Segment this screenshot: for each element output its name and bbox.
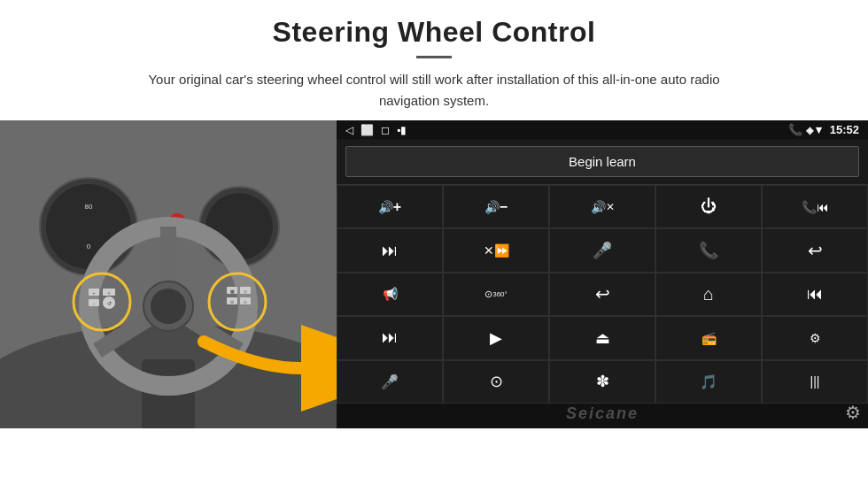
equalizer-button[interactable]: |||: [762, 360, 868, 404]
time-display: 15:52: [830, 123, 859, 136]
content-row: 80 0 + -: [0, 120, 868, 485]
navigate-button[interactable]: ▶: [443, 316, 549, 359]
svg-point-15: [151, 289, 186, 324]
svg-text:◇: ◇: [244, 289, 247, 294]
mute-button[interactable]: 🔊✕: [549, 185, 655, 228]
begin-learn-row: Begin learn: [337, 139, 868, 184]
svg-text:⊙: ⊙: [230, 299, 234, 304]
android-ui: ◁ ⬜ ◻ ▪▮ 📞 ◈ ▾ 15:52 Begin learn: [337, 120, 868, 428]
settings-knob-button[interactable]: ⊙: [443, 360, 549, 404]
mic-button[interactable]: 🎤: [549, 228, 655, 272]
svg-text:≈: ≈: [108, 290, 111, 296]
svg-text:+: +: [93, 290, 96, 296]
vol-down-button[interactable]: 🔊−: [443, 185, 549, 228]
title-divider: [416, 56, 452, 58]
next-track-button[interactable]: ⏭: [337, 228, 443, 272]
prev-chapter-button[interactable]: ⏮: [762, 273, 868, 316]
begin-learn-button[interactable]: Begin learn: [345, 146, 859, 177]
page-title: Steering Wheel Control: [53, 16, 815, 49]
phone-prev-button[interactable]: 📞⏮: [762, 185, 868, 228]
phone-button[interactable]: 📞: [655, 228, 762, 272]
header-section: Steering Wheel Control Your original car…: [0, 0, 868, 120]
svg-text:80: 80: [85, 203, 93, 211]
home-nav-icon[interactable]: ⬜: [360, 124, 374, 136]
gear-icon[interactable]: ⚙: [845, 402, 861, 423]
status-bar: ◁ ⬜ ◻ ▪▮ 📞 ◈ ▾ 15:52: [337, 120, 868, 139]
location-icon: ◈: [806, 125, 813, 135]
svg-text:0: 0: [87, 242, 91, 250]
recent-nav-icon[interactable]: ◻: [381, 124, 390, 136]
music-button[interactable]: 🎵: [655, 360, 762, 404]
end-call-button[interactable]: ↩: [762, 228, 868, 272]
vol-up-button[interactable]: 🔊+: [337, 185, 443, 228]
voice-button[interactable]: 🎤: [337, 360, 443, 404]
svg-text:◇: ◇: [244, 299, 247, 304]
wifi-icon: ▾: [816, 123, 822, 136]
status-left: ◁ ⬜ ◻ ▪▮: [345, 124, 407, 136]
svg-text:↺: ↺: [107, 301, 112, 306]
360-view-button[interactable]: ⊙360°: [443, 273, 549, 316]
car-photo: 80 0 + -: [0, 120, 337, 428]
radio-button[interactable]: 📻: [655, 316, 762, 359]
back-nav-icon[interactable]: ◁: [345, 124, 353, 136]
svg-text:▦: ▦: [230, 289, 235, 294]
subtitle-text: Your original car's steering wheel contr…: [124, 69, 744, 112]
bluetooth-button[interactable]: ✽: [549, 360, 655, 404]
controls-grid: 🔊+ 🔊− 🔊✕ ⏻ 📞⏮ ⏭ ✕⏩ 🎤 📞 ↩ 📢 ⊙360° ↩ ⌂ ⏮ ⏭: [337, 184, 868, 404]
page-container: Steering Wheel Control Your original car…: [0, 0, 868, 485]
home-button[interactable]: ⌂: [655, 273, 762, 316]
phone-status-icon: 📞: [788, 123, 802, 136]
horn-button[interactable]: 📢: [337, 273, 443, 316]
seicane-watermark: Seicane: [566, 404, 639, 423]
eq-settings-button[interactable]: ⚙: [762, 316, 868, 359]
battery-icon: ▪▮: [397, 124, 407, 136]
power-button[interactable]: ⏻: [655, 185, 762, 228]
fast-forward-button[interactable]: ✕⏩: [443, 228, 549, 272]
eject-button[interactable]: ⏏: [549, 316, 655, 359]
skip-forward-button[interactable]: ⏭: [337, 316, 443, 359]
status-right: 📞 ◈ ▾ 15:52: [788, 123, 859, 136]
back-button[interactable]: ↩: [549, 273, 655, 316]
